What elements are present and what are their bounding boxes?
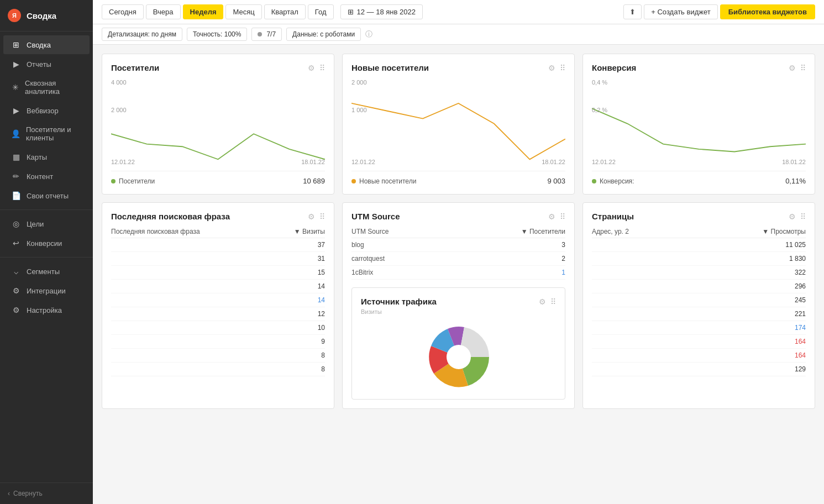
settings-gear-icon6[interactable]: ⚙ xyxy=(539,297,546,306)
visitors-cell: 1 xyxy=(449,266,566,280)
y-label-mid: 1 000 xyxy=(351,107,367,113)
webvisor-icon: ▶ xyxy=(11,106,21,115)
sidebar-item-integratsii[interactable]: ⚙ Интеграции xyxy=(3,281,90,300)
traffic-source-actions: ⚙ ⠿ xyxy=(539,297,556,306)
sidebar-item-kontent[interactable]: ✏ Контент xyxy=(3,167,90,186)
new-visitors-line-chart xyxy=(351,90,565,167)
phrase-cell xyxy=(111,252,270,266)
sidebar-collapse[interactable]: ‹ Свернуть xyxy=(0,482,93,504)
page-cell xyxy=(592,349,690,363)
drag-icon5[interactable]: ⠿ xyxy=(560,212,565,221)
table-row: 129 xyxy=(592,363,806,376)
table-row: 11 025 xyxy=(592,238,806,252)
month-button[interactable]: Месяц xyxy=(225,4,261,19)
sidebar-item-otchety[interactable]: ▶ Отчеты xyxy=(3,55,90,74)
library-button[interactable]: Библиотека виджетов xyxy=(720,4,815,19)
sidebar-item-svodka[interactable]: ⊞ Сводка xyxy=(3,35,90,54)
table-row: 164 xyxy=(592,335,806,349)
settings-gear-icon4[interactable]: ⚙ xyxy=(308,212,315,221)
year-button[interactable]: Год xyxy=(308,4,334,19)
sidebar-item-nastroyka[interactable]: ⚙ Настройка xyxy=(3,301,90,319)
sidebar-item-label: Карты xyxy=(27,153,47,161)
date-range-text: 12 — 18 янв 2022 xyxy=(357,8,416,16)
page-cell xyxy=(592,252,690,266)
sidebar-item-svoi-otchety[interactable]: 📄 Свои отчеты xyxy=(3,186,90,205)
visits-cell: 12 xyxy=(270,307,325,321)
phrase-cell xyxy=(111,266,270,280)
sidebar-item-skvoznaya[interactable]: ✳ Сквозная аналитика xyxy=(3,74,90,101)
sidebar-item-label: Интеграции xyxy=(27,287,66,295)
table-row: 15 xyxy=(111,266,325,280)
traffic-source-header: Источник трафика ⚙ ⠿ xyxy=(361,297,556,306)
create-widget-button[interactable]: + Создать виджет xyxy=(644,4,717,19)
visits-cell: 10 xyxy=(270,321,325,335)
drag-icon3[interactable]: ⠿ xyxy=(800,64,806,72)
page-cell xyxy=(592,363,690,376)
settings-gear-icon2[interactable]: ⚙ xyxy=(548,64,555,72)
conversion-legend: Конверсия: 0,11% xyxy=(592,171,806,185)
table-row: 164 xyxy=(592,349,806,363)
pages-widget: Страницы ⚙ ⠿ Адрес, ур. 2 ▼ Просмотры 11… xyxy=(582,202,815,409)
search-phrase-table: Последняя поисковая фраза ▼ Визиты 37311… xyxy=(111,225,325,376)
pages-actions: ⚙ ⠿ xyxy=(789,212,806,221)
sidebar-item-label: Цели xyxy=(27,220,44,228)
conversion-widget: Конверсия ⚙ ⠿ 0,4 % 0,2 % 12.01.22 18.01… xyxy=(582,54,815,195)
visitors-cell: 3 xyxy=(449,238,566,252)
integrations-icon: ⚙ xyxy=(11,286,21,295)
source-cell: carrotquest xyxy=(351,252,449,266)
settings-gear-icon3[interactable]: ⚙ xyxy=(789,64,796,72)
drag-icon[interactable]: ⠿ xyxy=(319,64,325,72)
sidebar-item-vebvizor[interactable]: ▶ Вебвизор xyxy=(3,101,90,120)
utm-col2-header: ▼ Посетители xyxy=(449,225,566,238)
custom-reports-icon: 📄 xyxy=(11,191,21,200)
drag-icon2[interactable]: ⠿ xyxy=(560,64,565,72)
pages-table: Адрес, ур. 2 ▼ Просмотры 11 0251 8303222… xyxy=(592,225,806,376)
drag-icon6[interactable]: ⠿ xyxy=(550,297,556,306)
sidebar-item-segmenty[interactable]: ⌵ Сегменты xyxy=(3,262,90,281)
chevron-left-icon: ‹ xyxy=(8,490,10,497)
date-range-picker[interactable]: ⊞ 12 — 18 янв 2022 xyxy=(340,4,423,19)
maps-icon: ▦ xyxy=(11,153,21,161)
upload-button[interactable]: ⬆ xyxy=(623,4,642,19)
filterbar: Детализация: по дням Точность: 100% 7/7 … xyxy=(93,24,824,45)
search-phrase-widget: Последняя поисковая фраза ⚙ ⠿ Последняя … xyxy=(102,202,334,409)
sidebar-logo[interactable]: Я Сводка xyxy=(0,0,93,32)
data-filter[interactable]: Данные: с роботами xyxy=(286,28,361,41)
conversion-legend-item: Конверсия: xyxy=(592,177,634,185)
sidebar-item-tseli[interactable]: ◎ Цели xyxy=(3,214,90,233)
users-icon: 👤 xyxy=(11,129,20,138)
upload-icon: ⬆ xyxy=(629,8,636,16)
utm-source-table: UTM Source ▼ Посетители blog3carrotquest… xyxy=(351,225,565,280)
settings-gear-icon5[interactable]: ⚙ xyxy=(548,212,555,221)
accuracy-filter[interactable]: Точность: 100% xyxy=(187,28,247,41)
settings-gear-icon7[interactable]: ⚙ xyxy=(789,212,796,221)
views-cell: 164 xyxy=(690,335,806,349)
week-button[interactable]: Неделя xyxy=(183,4,224,19)
sidebar-item-konversii[interactable]: ↩ Конверсии xyxy=(3,234,90,253)
drag-icon4[interactable]: ⠿ xyxy=(319,212,325,221)
today-button[interactable]: Сегодня xyxy=(102,4,144,19)
table-row: 14 xyxy=(111,280,325,293)
phrase-cell xyxy=(111,335,270,349)
sidebar-item-label: Сводка xyxy=(27,41,51,49)
sidebar-item-posetiteli[interactable]: 👤 Посетители и клиенты xyxy=(3,120,90,147)
utm-source-widget: UTM Source ⚙ ⠿ UTM Source ▼ Посетители b… xyxy=(342,202,575,409)
views-cell: 245 xyxy=(690,293,806,307)
sidebar-item-karty[interactable]: ▦ Карты xyxy=(3,148,90,166)
segments-filter[interactable]: 7/7 xyxy=(251,28,282,41)
views-cell: 164 xyxy=(690,349,806,363)
search-phrase-actions: ⚙ ⠿ xyxy=(308,212,325,221)
settings-gear-icon[interactable]: ⚙ xyxy=(308,64,315,72)
quarter-button[interactable]: Квартал xyxy=(264,4,306,19)
segments-icon: ⌵ xyxy=(11,267,21,276)
table-row: 10 xyxy=(111,321,325,335)
conversion-line-chart xyxy=(592,90,806,167)
page-cell xyxy=(592,266,690,280)
y-label-mid: 2 000 xyxy=(111,107,127,113)
detail-filter[interactable]: Детализация: по дням xyxy=(102,28,182,41)
settings-icon: ⚙ xyxy=(11,306,21,314)
visitors-line-chart xyxy=(111,90,325,167)
yesterday-button[interactable]: Вчера xyxy=(146,4,181,19)
drag-icon7[interactable]: ⠿ xyxy=(800,212,806,221)
table-row: 1cBitrix1 xyxy=(351,266,565,280)
